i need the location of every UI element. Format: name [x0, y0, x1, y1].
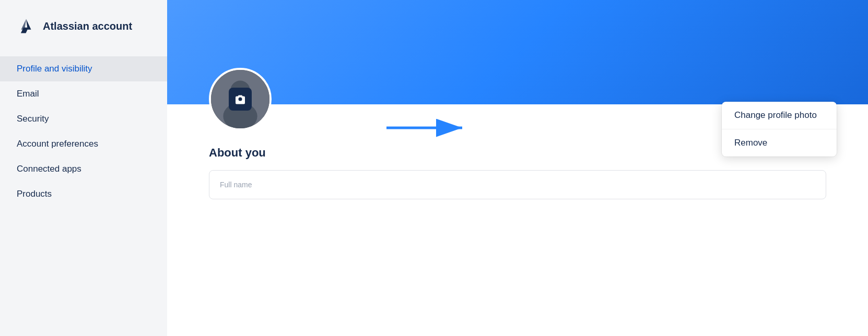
- sidebar-item-security[interactable]: Security: [0, 106, 167, 131]
- full-name-field: Full name: [209, 171, 826, 199]
- remove-photo-button[interactable]: Remove: [722, 129, 837, 157]
- sidebar-item-email[interactable]: Email: [0, 81, 167, 106]
- profile-photo-dropdown: Change profile photo Remove: [722, 102, 837, 157]
- profile-banner: [167, 0, 868, 104]
- arrow-container: [386, 115, 470, 141]
- sidebar-header: Atlassian account: [0, 17, 167, 56]
- main-content: Change profile photo Remove About you Fu…: [167, 0, 868, 336]
- sidebar-item-connected-apps[interactable]: Connected apps: [0, 157, 167, 182]
- arrow-icon: [386, 115, 470, 141]
- profile-avatar-container: [209, 68, 272, 130]
- sidebar-item-account-preferences[interactable]: Account preferences: [0, 131, 167, 157]
- sidebar-item-profile[interactable]: Profile and visibility: [0, 56, 167, 81]
- about-you-card: Full name: [209, 170, 826, 199]
- camera-icon: [234, 93, 247, 105]
- sidebar: Atlassian account Profile and visibility…: [0, 0, 167, 336]
- profile-avatar[interactable]: [209, 68, 272, 130]
- atlassian-logo-icon: [17, 17, 36, 35]
- sidebar-title: Atlassian account: [43, 20, 132, 32]
- change-profile-photo-button[interactable]: Change profile photo: [722, 102, 837, 129]
- camera-overlay[interactable]: [229, 88, 252, 111]
- sidebar-item-products[interactable]: Products: [0, 182, 167, 207]
- sidebar-nav: Profile and visibility Email Security Ac…: [0, 56, 167, 207]
- full-name-label: Full name: [220, 181, 252, 189]
